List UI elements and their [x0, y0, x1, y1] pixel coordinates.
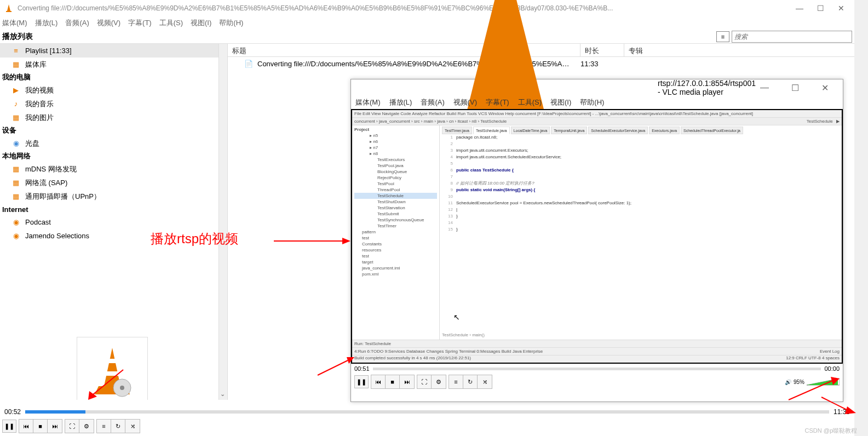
sidebar-playlist[interactable]: ≡Playlist [11:33]	[0, 44, 227, 58]
sidebar-disc[interactable]: ◉光盘	[0, 136, 227, 150]
svg-line-20	[821, 397, 849, 411]
inner-window-title: rtsp://127.0.0.1:8554/rtsp001 - VLC medi…	[658, 79, 756, 96]
sidebar-header-network: 本地网络	[0, 150, 227, 162]
maximize-button[interactable]: ☐	[817, 4, 824, 13]
watermark: CSDN @p噬鞑教程	[804, 427, 857, 435]
inner-window-controls: — ☐ ✕	[756, 83, 833, 93]
seek-bar[interactable]	[25, 410, 829, 414]
menu-help[interactable]: 帮助(H)	[580, 97, 604, 107]
sidebar: ≡Playlist [11:33] ▦媒体库 我的电脑 ▶我的视频 ♪我的音乐 …	[0, 44, 227, 400]
prev-button[interactable]: ⏮	[19, 420, 33, 433]
menu-media[interactable]: 媒体(M)	[2, 18, 27, 28]
network-icon: ▦	[11, 179, 21, 187]
sidebar-header-devices: 设备	[0, 124, 227, 136]
menu-view[interactable]: 视图(I)	[191, 18, 211, 28]
settings-button[interactable]: ⚙	[432, 375, 446, 388]
menu-audio[interactable]: 音频(A)	[65, 18, 89, 28]
pause-button[interactable]: ❚❚	[354, 375, 369, 388]
sidebar-header-computer: 我的电脑	[0, 71, 227, 83]
shuffle-button[interactable]: ⤨	[125, 420, 140, 433]
close-button[interactable]: ✕	[817, 83, 833, 93]
list-view-button[interactable]: ≡	[716, 31, 729, 42]
svg-marker-19	[831, 377, 840, 385]
controls-row: ❚❚ ⏮ ■ ⏭ ⛶ ⚙ ≡ ↻ ⤨	[0, 418, 854, 434]
menu-subtitle[interactable]: 字幕(T)	[486, 97, 509, 107]
menu-video[interactable]: 视频(V)	[97, 18, 120, 28]
svg-marker-0	[7, 4, 10, 11]
stop-button[interactable]: ■	[33, 420, 48, 433]
svg-rect-3	[108, 359, 116, 363]
inner-vlc-window: rtsp://127.0.0.1:8554/rtsp001 - VLC medi…	[350, 79, 843, 402]
pause-button[interactable]: ❚❚	[2, 420, 16, 433]
menu-tools[interactable]: 工具(S)	[518, 97, 542, 107]
close-button[interactable]: ✕	[838, 4, 844, 13]
svg-marker-15	[347, 357, 354, 364]
sidebar-my-videos[interactable]: ▶我的视频	[0, 83, 227, 97]
playlist-button[interactable]: ≡	[97, 420, 111, 433]
playlist-icon: ≡	[11, 47, 21, 55]
menu-video[interactable]: 视频(V)	[453, 97, 477, 107]
playlist-title: 播放列表	[2, 32, 33, 42]
menu-playback[interactable]: 播放(L)	[389, 97, 412, 107]
fullscreen-button[interactable]: ⛶	[417, 375, 432, 388]
svg-line-16	[93, 370, 123, 394]
time-elapsed[interactable]: 00:52	[4, 408, 21, 416]
loop-button[interactable]: ↻	[463, 375, 478, 388]
inner-time-total[interactable]: 00:00	[824, 365, 840, 372]
sidebar-my-pictures[interactable]: ▦我的图片	[0, 111, 227, 124]
next-button[interactable]: ⏭	[48, 420, 62, 433]
sidebar-upnp[interactable]: ▦通用即插即播（UPnP）	[0, 190, 227, 203]
minimize-button[interactable]: —	[756, 83, 773, 93]
video-icon: ▶	[11, 86, 21, 95]
inner-time-elapsed[interactable]: 00:51	[354, 365, 370, 372]
sidebar-podcast[interactable]: ◉Podcast	[0, 215, 227, 229]
ide-video-content: File Edit View Navigate Code Analyze Ref…	[352, 110, 842, 363]
menu-help[interactable]: 帮助(H)	[219, 18, 243, 28]
cursor-icon: ↖	[453, 313, 460, 322]
prev-button[interactable]: ⏮	[371, 375, 386, 388]
svg-marker-21	[845, 406, 856, 414]
col-album[interactable]: 专辑	[624, 44, 854, 56]
svg-rect-1	[6, 11, 12, 12]
ide-menubar: File Edit View Navigate Code Analyze Ref…	[352, 110, 842, 118]
ide-run-tab: Run: TestSchedule	[352, 340, 842, 347]
ide-editor: TestTimer.javaTestSchedule.javaLocalDate…	[440, 125, 842, 340]
sidebar-media-library[interactable]: ▦媒体库	[0, 58, 227, 71]
vlc-cone-icon	[4, 4, 13, 13]
minimize-button[interactable]: —	[796, 4, 803, 13]
settings-button[interactable]: ⚙	[79, 420, 94, 433]
inner-seek-bar[interactable]	[373, 368, 821, 370]
sidebar-sap[interactable]: ▦网络流 (SAP)	[0, 176, 227, 190]
ide-statusbar: Build completed successfully in 4 s 48 m…	[352, 355, 842, 363]
picture-icon: ▦	[11, 113, 21, 122]
annotation-label: 播放rtsp的视频	[151, 230, 238, 248]
menu-media[interactable]: 媒体(M)	[355, 97, 381, 107]
menu-view[interactable]: 视图(I)	[550, 97, 571, 107]
annotation-arrow-right3	[819, 394, 857, 416]
sidebar-scrollbar[interactable]: ⌄	[219, 44, 227, 400]
sidebar-my-music[interactable]: ♪我的音乐	[0, 97, 227, 111]
menu-audio[interactable]: 音频(A)	[421, 97, 444, 107]
shuffle-button[interactable]: ⤨	[478, 375, 492, 388]
chevron-down-icon: ⌄	[220, 391, 225, 398]
maximize-button[interactable]: ☐	[787, 83, 803, 93]
network-icon: ▦	[11, 165, 21, 174]
stop-button[interactable]: ■	[386, 375, 400, 388]
fullscreen-button[interactable]: ⛶	[65, 420, 79, 433]
playlist-button[interactable]: ≡	[449, 375, 463, 388]
video-playback-area[interactable]: File Edit View Navigate Code Analyze Ref…	[351, 109, 843, 364]
search-input[interactable]	[732, 31, 852, 43]
sidebar-mdns[interactable]: ▦mDNS 网络发现	[0, 162, 227, 176]
window-controls: — ☐ ✕	[796, 4, 844, 13]
annotation-arrow-down	[85, 367, 129, 400]
menu-playback[interactable]: 播放(L)	[35, 18, 58, 28]
loop-button[interactable]: ↻	[111, 420, 125, 433]
inner-controls-row: ❚❚ ⏮ ■ ⏭ ⛶ ⚙ ≡ ↻ ⤨ 🔊 95%	[351, 374, 843, 390]
next-button[interactable]: ⏭	[400, 375, 414, 388]
menu-tools[interactable]: 工具(S)	[159, 18, 183, 28]
annotation-arrow-right	[274, 236, 350, 246]
menu-subtitle[interactable]: 字幕(T)	[128, 18, 152, 28]
svg-marker-13	[342, 238, 350, 244]
inner-progress-row: 00:51 00:00	[351, 364, 843, 374]
annotation-arrow-diag	[315, 356, 356, 378]
